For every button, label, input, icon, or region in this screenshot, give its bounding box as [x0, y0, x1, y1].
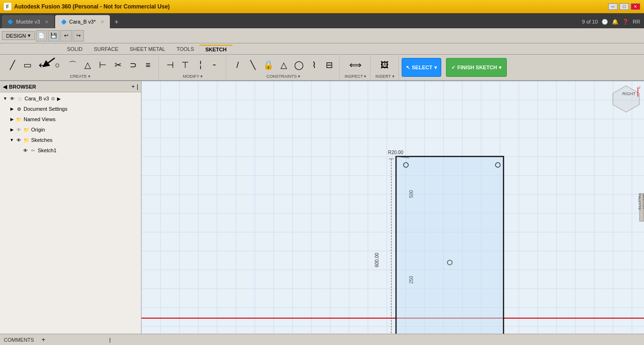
circle-icon: ○ [55, 61, 60, 69]
trim-tool[interactable]: ✂ [111, 60, 124, 70]
view-cube[interactable]: RIGHT Z [612, 85, 640, 113]
tangent-tool[interactable]: ⌇ [307, 60, 321, 70]
line-tool[interactable]: ╱ [6, 60, 19, 70]
tab-tools[interactable]: TOOLS [171, 45, 199, 53]
tab-sheet-metal[interactable]: SHEET METAL [124, 45, 171, 53]
sidebar-collapse-icon[interactable]: ◀ [3, 83, 7, 90]
arc-tool[interactable]: ⌒ [66, 60, 79, 70]
tree-item-sketches[interactable]: ▼ 👁 📁 Sketches [0, 135, 141, 145]
tree-item-doc-settings[interactable]: ▶ ⚙ Document Settings [0, 104, 141, 114]
sketch1-visibility[interactable]: 👁 [22, 147, 29, 154]
canvas[interactable]: R20.00 600.00 10.00 500 250 [141, 81, 644, 334]
mirror-tool[interactable]: ↩ [36, 59, 49, 71]
z-axis-label: Z [639, 85, 640, 90]
create-tools: ╱ ▭ ↩ ○ [6, 56, 155, 74]
dim-250-text: 250 [409, 276, 414, 284]
sidebar-add-icon[interactable]: + [132, 83, 135, 90]
save-button[interactable]: 💾 [48, 30, 59, 41]
main-toolbar: DESIGN ▾ 📄 💾 ↩ ↪ [0, 28, 644, 43]
tab-surface[interactable]: SURFACE [88, 45, 124, 53]
tree-item-named-views[interactable]: ▶ 📁 Named Views [0, 114, 141, 124]
notification-icon[interactable]: 🔔 [612, 19, 619, 25]
rectangle-tool[interactable]: ▭ [21, 60, 34, 70]
sketch-palette-toggle[interactable]: SKETCH PALETTE [639, 193, 644, 222]
slot-icon: ⊃ [130, 61, 137, 69]
sketch-main-rect [396, 156, 504, 334]
tab-cara-b-close[interactable]: ✕ [100, 19, 104, 25]
lock-tool[interactable]: 🔒 [261, 60, 275, 70]
origin-label: Origin [31, 127, 45, 132]
doc-settings-expander[interactable]: ▶ [8, 106, 15, 112]
cara-b-play-icon[interactable]: ▶ [57, 96, 61, 101]
design-button[interactable]: DESIGN ▾ [2, 31, 35, 40]
cara-b-settings-icon[interactable]: ⚙ [51, 96, 55, 101]
named-views-icon: 📁 [15, 116, 23, 123]
hatch-tool[interactable]: ≡ [141, 60, 155, 70]
tree-item-cara-b[interactable]: ▼ 👁 □ Cara_B v3 ⚙ ▶ [0, 93, 141, 104]
spline-tool[interactable]: ⊢ [96, 60, 109, 70]
line-icon: ╱ [10, 61, 15, 69]
tab-mueble[interactable]: 🔷 Mueble v3 ✕ [2, 15, 54, 28]
tab-sketch[interactable]: SKETCH [199, 45, 232, 53]
tab-mueble-label: Mueble v3 [16, 19, 40, 25]
sketch1-label: Sketch1 [38, 148, 57, 153]
origin-expander[interactable]: ▶ [8, 126, 15, 133]
extend-tool[interactable]: ╎ [194, 60, 207, 70]
select-dropdown-icon: ▾ [434, 65, 437, 71]
maximize-button[interactable]: □ [619, 3, 629, 10]
symmetry-tool[interactable]: ⊟ [322, 60, 336, 70]
circle-tool[interactable]: ○ [51, 60, 64, 70]
view-cube-svg: RIGHT Z [612, 85, 640, 113]
select-label: SELECT [412, 65, 432, 70]
named-views-expander[interactable]: ▶ [8, 116, 15, 123]
insert-image-tool[interactable]: 🖼 [378, 60, 391, 70]
app-icon: F [4, 3, 11, 10]
sketches-expander[interactable]: ▼ [8, 137, 15, 143]
circle-constraint[interactable]: ◯ [292, 60, 305, 70]
redo-button[interactable]: ↪ [73, 30, 84, 41]
modify-label: MODIFY ▾ [183, 74, 203, 79]
tab-solid[interactable]: SOLID [61, 45, 88, 53]
undo-button[interactable]: ↩ [60, 30, 72, 41]
finish-sketch-button[interactable]: ✓ FINISH SKETCH ▾ [446, 58, 507, 77]
minimize-button[interactable]: ─ [608, 3, 618, 10]
dimension-tool[interactable]: ⟺ [347, 60, 363, 70]
comments-pin-icon[interactable]: | [109, 337, 111, 343]
sidebar-pin-icon[interactable]: | [137, 83, 138, 90]
design-label: DESIGN [6, 33, 26, 39]
statusbar: COMMENTS + | [0, 334, 644, 345]
sketches-visibility[interactable]: 👁 [15, 137, 23, 143]
polygon-icon: △ [84, 61, 91, 69]
ribbon-inspect-group: ⟺ INSPECT ▾ [341, 55, 371, 80]
user-icon[interactable]: RR [633, 19, 640, 25]
slot-tool[interactable]: ⊃ [126, 60, 140, 70]
add-tab-button[interactable]: + [111, 15, 122, 28]
comments-add-icon[interactable]: + [41, 336, 45, 343]
project-tool[interactable]: ⊤ [179, 60, 192, 70]
select-group: ↖ SELECT ▾ [402, 58, 441, 77]
coincident-tool[interactable]: / [231, 60, 244, 70]
tree-item-origin[interactable]: ▶ 👁 📁 Origin [0, 124, 141, 135]
triangle-constraint[interactable]: △ [277, 60, 290, 70]
select-button[interactable]: ↖ SELECT ▾ [402, 58, 441, 77]
tab-info: 9 of 10 🕐 🔔 ❓ RR [582, 15, 644, 28]
titlebar: F Autodesk Fusion 360 (Personal - Not fo… [0, 0, 644, 13]
sketch-palette-label: SKETCH PALETTE [637, 194, 644, 221]
close-button[interactable]: ✕ [631, 3, 640, 10]
tab-cara-b[interactable]: 🔷 Cara_B v3* ✕ [55, 15, 110, 28]
arc-icon: ⌒ [68, 61, 77, 69]
tab-mueble-close[interactable]: ✕ [45, 19, 49, 25]
tree-item-sketch1[interactable]: 👁 ✏ Sketch1 [0, 145, 141, 156]
break-tool[interactable]: ╴ [209, 60, 222, 70]
create-label: CREATE ▾ [70, 74, 90, 79]
origin-visibility[interactable]: 👁 [15, 126, 23, 133]
cara-b-visibility[interactable]: 👁 [8, 95, 16, 102]
new-button[interactable]: 📄 [36, 30, 47, 41]
polygon-tool[interactable]: △ [81, 60, 94, 70]
svg-marker-1 [613, 86, 639, 112]
offset-line-tool[interactable]: ⊣ [164, 60, 177, 70]
parallel-tool[interactable]: ╲ [246, 60, 259, 70]
cara-b-expander[interactable]: ▼ [2, 95, 8, 102]
help-icon[interactable]: ❓ [622, 19, 629, 25]
menu-tabs: SOLID SURFACE SHEET METAL TOOLS SKETCH [0, 43, 644, 55]
